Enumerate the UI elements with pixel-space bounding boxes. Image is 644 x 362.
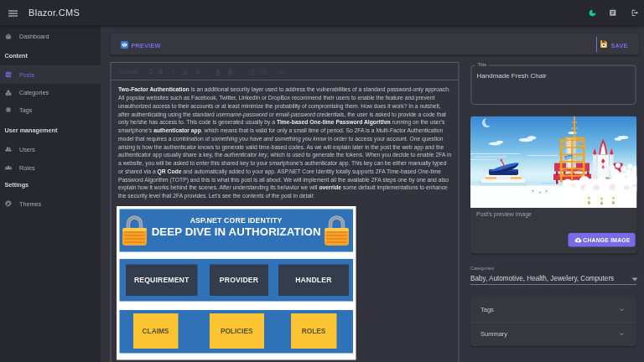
svg-text:3: 3 [249, 73, 251, 75]
